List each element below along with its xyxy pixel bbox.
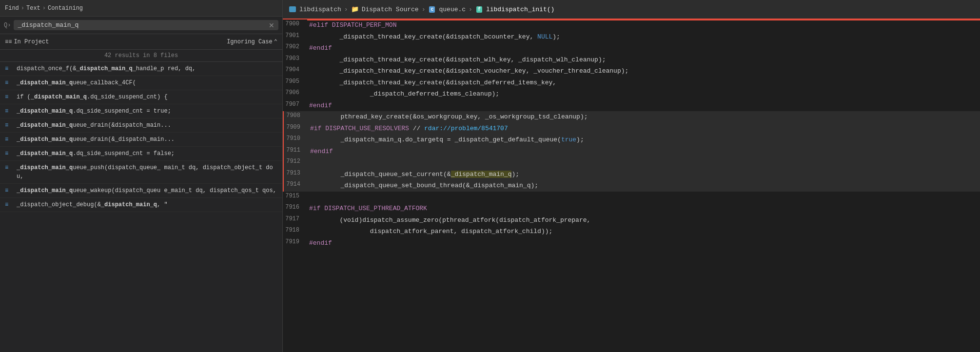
scope-icon: ≡≡ — [5, 39, 12, 45]
results-list: ≡dispatch_once_f(&_dispatch_main_q_handl… — [0, 62, 282, 352]
breadcrumb-dispatch-source[interactable]: Dispatch Source — [362, 6, 419, 13]
list-item[interactable]: ≡dispatch_once_f(&_dispatch_main_q_handl… — [0, 62, 282, 76]
result-text: _dispatch_main_q.dq_side_suspend_cnt = f… — [17, 149, 175, 158]
scope-label[interactable]: ≡≡ In Project — [5, 39, 49, 45]
code-line: 7911#endif — [283, 146, 980, 157]
list-item[interactable]: ≡_dispatch_main_queue_callback_4CF( — [0, 76, 282, 90]
code-content: #if DISPATCH_USE_RESOLVERS // rdar://pro… — [308, 123, 980, 135]
list-item[interactable]: ≡_dispatch_main_queue_drain(&_dispatch_m… — [0, 133, 282, 147]
result-file-icon: ≡ — [5, 187, 13, 194]
code-line: 7904 _dispatch_thread_key_create(&dispat… — [283, 65, 980, 77]
code-content: _dispatch_thread_key_create(&dispatch_vo… — [307, 65, 980, 77]
code-line: 7910 _dispatch_main_q.do_targetq = _disp… — [283, 134, 980, 146]
code-line: 7912 — [283, 157, 980, 169]
breadcrumb-sep2: › — [422, 6, 426, 13]
line-number: 7913 — [284, 169, 308, 176]
code-content — [307, 192, 980, 203]
c-file-icon: c — [428, 5, 436, 13]
line-number: 7909 — [284, 123, 308, 131]
list-item[interactable]: ≡_dispatch_main_q.dq_side_suspend_cnt = … — [0, 147, 282, 161]
code-content: _dispatch_thread_key_create(&dispatch_de… — [307, 77, 980, 89]
code-line: 7902#endif — [283, 42, 980, 54]
line-number: 7911 — [284, 146, 308, 154]
line-number: 7901 — [283, 31, 307, 39]
folder-icon: 📁 — [351, 5, 359, 13]
code-area: 7900#elif DISPATCH_PERF_MON7901 _dispatc… — [283, 20, 980, 352]
result-file-icon: ≡ — [5, 79, 13, 86]
scope-text[interactable]: In Project — [14, 39, 49, 45]
code-content: dispatch_atfork_parent, dispatch_atfork_… — [307, 226, 980, 237]
code-content: _dispatch_thread_key_create(&dispatch_wl… — [307, 54, 980, 66]
search-input-wrapper: ✕ — [14, 20, 278, 30]
result-file-icon: ≡ — [5, 201, 13, 208]
code-content: #endif — [308, 146, 980, 157]
result-file-icon: ≡ — [5, 122, 13, 129]
list-item[interactable]: ≡_dispatch_main_queue_drain(&dispatch_ma… — [0, 118, 282, 133]
code-line: 7916#if DISPATCH_USE_PTHREAD_ATFORK — [283, 203, 980, 215]
code-line: 7913 _dispatch_queue_set_current(&_dispa… — [283, 169, 980, 180]
result-file-icon: ≡ — [5, 65, 13, 72]
case-option[interactable]: Ignoring Case ⌃ — [227, 38, 277, 45]
list-item[interactable]: ≡_dispatch_main_q.dq_side_suspend_cnt = … — [0, 104, 282, 118]
code-content: #elif DISPATCH_PERF_MON — [307, 20, 980, 31]
code-line: 7917 (void)dispatch_assume_zero(pthread_… — [283, 215, 980, 226]
code-content: _dispatch_queue_set_current(&_dispatch_m… — [308, 169, 980, 180]
line-number: 7906 — [283, 88, 307, 96]
list-item[interactable]: ≡_dispatch_object_debug(&_dispatch_main_… — [0, 198, 282, 212]
breadcrumb-queue-c[interactable]: queue.c — [439, 6, 466, 13]
left-breadcrumb: Find › Text › Containing — [0, 0, 282, 17]
result-text: dispatch_once_f(&_dispatch_main_q_handle… — [17, 64, 196, 73]
line-number: 7903 — [283, 54, 307, 62]
line-number: 7907 — [283, 100, 307, 108]
result-file-icon: ≡ — [5, 94, 13, 100]
result-text: _dispatch_main_q.dq_side_suspend_cnt = t… — [17, 107, 171, 116]
breadcrumb-sep3: › — [469, 6, 472, 13]
list-item[interactable]: ≡if (_dispatch_main_q.dq_side_suspend_cn… — [0, 90, 282, 104]
right-panel: libdispatch › 📁 Dispatch Source › c queu… — [283, 0, 980, 352]
list-item[interactable]: ≡_dispatch_main_queue_push(dispatch_queu… — [0, 161, 282, 184]
list-item[interactable]: ≡_dispatch_main_queue_wakeup(dispatch_qu… — [0, 184, 282, 198]
breadcrumb-function[interactable]: libdispatch_init() — [486, 6, 554, 13]
line-number: 7904 — [283, 65, 307, 73]
code-content: _dispatch_deferred_items_cleanup); — [307, 88, 980, 100]
result-file-icon: ≡ — [5, 108, 13, 115]
code-line: 7914 _dispatch_queue_set_bound_thread(&_… — [283, 180, 980, 192]
code-content: #endif — [307, 100, 980, 112]
result-file-icon: ≡ — [5, 136, 13, 143]
line-number: 7918 — [283, 226, 307, 234]
results-count: 42 results in 8 files — [0, 50, 282, 62]
case-chevron-icon: ⌃ — [274, 38, 277, 45]
search-bar: Q› ✕ — [0, 17, 282, 34]
code-content — [308, 157, 980, 169]
search-type-icon: Q› — [4, 22, 11, 29]
result-text: _dispatch_main_queue_wakeup(dispatch_que… — [17, 186, 276, 195]
line-number: 7912 — [284, 157, 308, 165]
code-line: 7903 _dispatch_thread_key_create(&dispat… — [283, 54, 980, 66]
code-content: #endif — [307, 42, 980, 54]
code-content: #endif — [307, 237, 980, 249]
result-text: _dispatch_main_queue_drain(&dispatch_mai… — [17, 121, 171, 130]
result-file-icon: ≡ — [5, 164, 13, 171]
line-number: 7914 — [284, 180, 308, 188]
breadcrumb-find[interactable]: Find — [5, 5, 19, 12]
breadcrumb-libdispatch[interactable]: libdispatch — [299, 6, 341, 13]
line-number: 7917 — [283, 215, 307, 222]
file-breadcrumb: libdispatch › 📁 Dispatch Source › c queu… — [283, 0, 980, 20]
code-line: 7905 _dispatch_thread_key_create(&dispat… — [283, 77, 980, 89]
line-number: 7900 — [283, 20, 307, 27]
function-icon: f — [475, 5, 483, 13]
code-content: pthread_key_create(&os_workgroup_key, _o… — [308, 111, 980, 123]
code-content: #if DISPATCH_USE_PTHREAD_ATFORK — [307, 203, 980, 215]
svg-rect-0 — [289, 6, 296, 12]
search-input[interactable] — [18, 21, 266, 29]
code-line: 7901 _dispatch_thread_key_create(&dispat… — [283, 31, 980, 43]
result-text: _dispatch_main_queue_callback_4CF( — [17, 78, 136, 87]
line-number: 7905 — [283, 77, 307, 85]
breadcrumb-containing[interactable]: Containing — [48, 5, 83, 12]
code-line: 7908 pthread_key_create(&os_workgroup_ke… — [283, 111, 980, 123]
clear-search-button[interactable]: ✕ — [269, 22, 274, 29]
code-line: 7915 — [283, 192, 980, 203]
scope-bar: ≡≡ In Project Ignoring Case ⌃ — [0, 34, 282, 50]
breadcrumb-text[interactable]: Text — [26, 5, 40, 12]
code-line: 7907#endif — [283, 100, 980, 112]
